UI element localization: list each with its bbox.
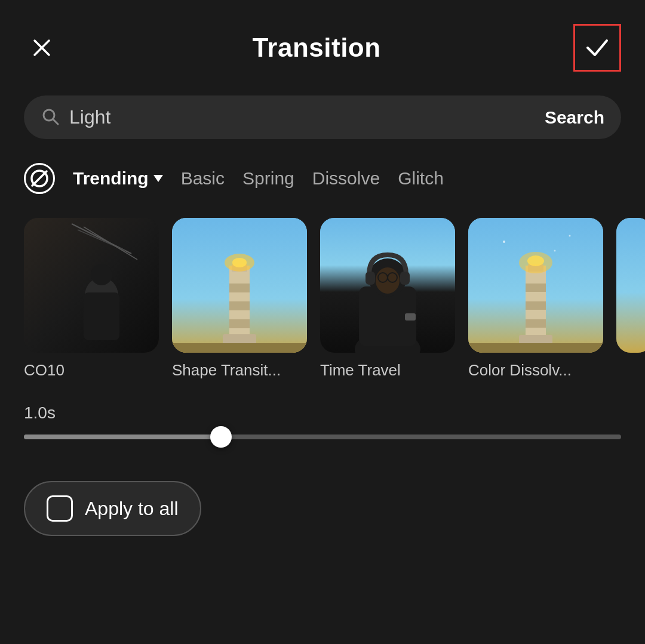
svg-rect-13 — [84, 292, 119, 340]
apply-to-all-button[interactable]: Apply to all — [24, 481, 201, 536]
confirm-button[interactable] — [573, 24, 621, 72]
tab-trending[interactable]: Trending — [73, 168, 163, 189]
list-item[interactable]: Time Travel — [320, 218, 455, 380]
search-bar: Search — [24, 95, 621, 139]
duration-section: 1.0s — [0, 386, 645, 451]
duration-value: 1.0s — [24, 403, 621, 423]
svg-point-47 — [554, 250, 556, 252]
svg-point-12 — [91, 264, 112, 285]
svg-rect-29 — [400, 272, 410, 285]
svg-rect-34 — [405, 313, 416, 321]
apply-section: Apply to all — [0, 451, 645, 554]
svg-line-3 — [53, 119, 58, 124]
slider-track-filled — [24, 435, 221, 439]
checkbox-icon — [47, 495, 73, 522]
tab-glitch[interactable]: Glitch — [398, 168, 444, 189]
chevron-down-icon — [153, 175, 163, 182]
no-transition-icon[interactable] — [24, 163, 55, 194]
svg-point-39 — [527, 255, 544, 266]
svg-rect-44 — [468, 343, 603, 353]
search-input[interactable] — [69, 106, 535, 128]
list-item[interactable]: Color Dissolv... — [468, 218, 603, 380]
svg-rect-48 — [616, 218, 645, 353]
svg-rect-28 — [366, 272, 375, 285]
thumbnail-shape-transit — [172, 218, 307, 353]
tab-basic[interactable]: Basic — [181, 168, 225, 189]
tab-spring[interactable]: Spring — [242, 168, 294, 189]
svg-point-45 — [503, 241, 505, 243]
page-title: Transition — [252, 33, 380, 63]
svg-rect-21 — [229, 319, 250, 328]
duration-slider[interactable] — [24, 435, 621, 439]
svg-rect-19 — [229, 284, 250, 292]
search-button[interactable]: Search — [545, 107, 604, 128]
svg-rect-23 — [172, 343, 307, 353]
thumbnail-label: CO10 — [24, 361, 64, 380]
svg-point-18 — [232, 258, 247, 267]
thumbnail-co10 — [24, 218, 159, 353]
svg-rect-20 — [229, 301, 250, 310]
category-tabs: Trending Basic Spring Dissolve Glitch — [0, 157, 645, 206]
thumbnails-row: CO10 — [0, 206, 645, 386]
thumbnail-label: Shape Transit... — [172, 361, 281, 380]
svg-rect-40 — [526, 284, 546, 292]
thumbnail-label: Color Dissolv... — [468, 361, 572, 380]
list-item[interactable]: CO10 — [24, 218, 159, 380]
close-button[interactable] — [24, 30, 60, 66]
svg-rect-41 — [526, 301, 546, 310]
apply-to-all-label: Apply to all — [85, 498, 179, 520]
thumbnail-partial — [616, 218, 645, 353]
header: Transition — [0, 0, 645, 90]
list-item[interactable]: Shape Transit... — [172, 218, 307, 380]
tab-dissolve[interactable]: Dissolve — [312, 168, 380, 189]
svg-point-46 — [569, 235, 571, 237]
thumbnail-time-travel — [320, 218, 455, 353]
search-icon — [41, 107, 60, 128]
thumbnail-label: Time Travel — [320, 361, 401, 380]
svg-rect-42 — [526, 319, 546, 328]
thumbnail-color-dissolv — [468, 218, 603, 353]
slider-thumb[interactable] — [210, 426, 232, 448]
